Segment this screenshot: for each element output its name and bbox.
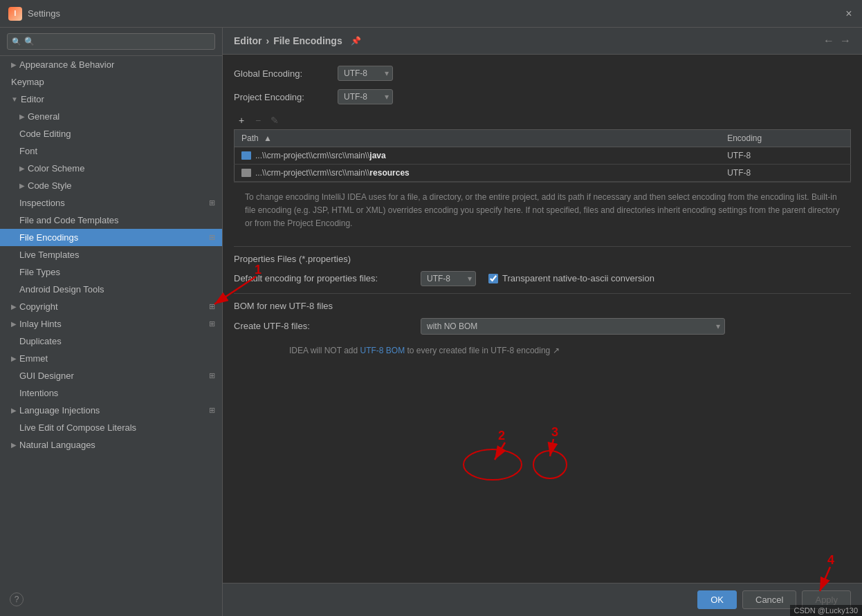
table-toolbar: + − ✎: [234, 113, 851, 128]
sidebar-item-live-templates[interactable]: Live Templates: [0, 246, 222, 263]
sidebar-item-color-scheme[interactable]: ▶ Color Scheme: [0, 160, 222, 177]
breadcrumb: Editor › File Encodings 📌: [234, 35, 361, 46]
info-text: To change encoding IntelliJ IDEA uses fo…: [245, 192, 840, 228]
table-row[interactable]: ...\\crm-project\\crm\\src\\main\\java U…: [235, 147, 851, 165]
divider2: [234, 293, 851, 294]
sidebar-item-language-injections[interactable]: ▶ Language Injections ⊞: [0, 402, 222, 419]
window-title: Settings: [28, 8, 60, 19]
project-encoding-value: UTF-8: [344, 92, 367, 102]
bom-link[interactable]: UTF-8 BOM: [360, 346, 405, 355]
sidebar-item-label: Live Templates: [19, 250, 79, 260]
chevron-right-icon: ▶: [11, 355, 17, 362]
sidebar-item-copyright[interactable]: ▶ Copyright ⊞: [0, 298, 222, 315]
sidebar-item-font[interactable]: Font: [0, 142, 222, 160]
sidebar-item-file-types[interactable]: File Types: [0, 263, 222, 281]
sidebar-item-label: File Encodings: [19, 232, 78, 243]
search-input[interactable]: [7, 33, 215, 50]
transparent-checkbox-wrapper: Transparent native-to-ascii conversion: [488, 273, 654, 283]
sidebar-item-emmet[interactable]: ▶ Emmet: [0, 350, 222, 367]
settings-icon: ⊞: [209, 319, 215, 328]
settings-icon: ⊞: [209, 233, 215, 242]
global-encoding-label: Global Encoding:: [234, 68, 331, 79]
sidebar-scroll[interactable]: ▶ Appearance & Behavior Keymap ▼ Editor …: [0, 56, 222, 616]
path-column-header[interactable]: Path ▲: [235, 130, 721, 147]
breadcrumb-parent: Editor: [234, 35, 262, 46]
sidebar-item-label: General: [28, 111, 59, 122]
sidebar: 🔍 ▶ Appearance & Behavior Keymap ▼ Edit: [0, 28, 223, 616]
sidebar-item-label: Keymap: [11, 77, 44, 87]
sidebar-item-android-design-tools[interactable]: Android Design Tools: [0, 281, 222, 298]
sidebar-item-inlay-hints[interactable]: ▶ Inlay Hints ⊞: [0, 315, 222, 333]
remove-button[interactable]: −: [250, 113, 266, 128]
sidebar-item-label: Duplicates: [19, 336, 62, 346]
add-button[interactable]: +: [234, 113, 249, 128]
encoding-value: UTF-8: [720, 147, 850, 165]
bom-create-value: with NO BOM: [427, 321, 477, 331]
back-button[interactable]: ←: [823, 35, 834, 47]
global-encoding-row: Global Encoding: UTF-8: [234, 66, 851, 81]
sidebar-item-file-code-templates[interactable]: File and Code Templates: [0, 212, 222, 229]
help-button[interactable]: ?: [10, 592, 24, 606]
encoding-column-header[interactable]: Encoding: [720, 130, 850, 147]
chevron-right-icon: ▶: [19, 113, 25, 120]
pin-icon: 📌: [351, 36, 361, 46]
sidebar-item-keymap[interactable]: Keymap: [0, 73, 222, 91]
bom-create-dropdown[interactable]: with NO BOM: [421, 318, 725, 335]
chevron-right-icon: ▶: [11, 407, 17, 414]
sidebar-item-label: Intentions: [19, 388, 58, 398]
sidebar-item-label: Code Style: [28, 180, 72, 191]
sidebar-item-label: Appearance & Behavior: [19, 59, 114, 70]
edit-button[interactable]: ✎: [267, 113, 282, 128]
sidebar-item-general[interactable]: ▶ General: [0, 108, 222, 125]
properties-section-title: Properties Files (*.properties): [234, 254, 851, 264]
global-encoding-dropdown[interactable]: UTF-8: [338, 66, 393, 81]
ok-button[interactable]: OK: [697, 590, 737, 609]
settings-icon: ⊞: [209, 302, 215, 311]
sidebar-item-code-editing[interactable]: Code Editing: [0, 125, 222, 142]
sidebar-item-label: GUI Designer: [19, 371, 74, 381]
chevron-right-icon: ▶: [19, 182, 25, 189]
close-button[interactable]: ×: [844, 9, 854, 19]
encoding-table: Path ▲ Encoding: [234, 129, 851, 182]
sidebar-item-label: Android Design Tools: [19, 284, 104, 295]
forward-button[interactable]: →: [840, 35, 851, 47]
settings-icon: ⊞: [209, 371, 215, 380]
sidebar-item-appearance[interactable]: ▶ Appearance & Behavior: [0, 56, 222, 73]
sidebar-item-label: Code Editing: [19, 129, 71, 139]
sidebar-item-file-encodings[interactable]: File Encodings ⊞: [0, 229, 222, 246]
settings-icon: ⊞: [209, 406, 215, 415]
info-box: To change encoding IntelliJ IDEA uses fo…: [234, 182, 851, 239]
bottom-bar: OK Cancel Apply: [223, 583, 862, 616]
sidebar-item-label: Language Injections: [19, 405, 100, 416]
csdn-badge: CSDN @Lucky130: [790, 605, 862, 616]
project-encoding-row: Project Encoding: UTF-8: [234, 89, 851, 104]
sidebar-item-label: Color Scheme: [28, 163, 84, 174]
chevron-right-icon: ▶: [11, 61, 17, 68]
chevron-right-icon: ▶: [11, 303, 17, 310]
transparent-checkbox[interactable]: [488, 274, 498, 283]
sidebar-item-editor[interactable]: ▼ Editor: [0, 91, 222, 108]
default-encoding-label: Default encoding for properties files:: [234, 273, 414, 283]
sidebar-item-label: File and Code Templates: [19, 215, 119, 225]
sidebar-item-live-edit-compose[interactable]: Live Edit of Compose Literals: [0, 419, 222, 436]
sidebar-item-intentions[interactable]: Intentions: [0, 384, 222, 402]
sidebar-item-natural-languages[interactable]: ▶ Natural Languages: [0, 436, 222, 454]
sidebar-item-label: Editor: [21, 94, 44, 104]
properties-encoding-value: UTF-8: [427, 274, 450, 283]
project-encoding-dropdown[interactable]: UTF-8: [338, 89, 393, 104]
sidebar-item-duplicates[interactable]: Duplicates: [0, 333, 222, 350]
search-box-container: 🔍: [0, 28, 222, 56]
nav-arrows: ← →: [823, 35, 851, 47]
transparent-checkbox-label: Transparent native-to-ascii conversion: [502, 273, 654, 283]
global-encoding-value: UTF-8: [344, 68, 367, 78]
sidebar-item-code-style[interactable]: ▶ Code Style: [0, 177, 222, 194]
app-icon: I: [8, 7, 22, 21]
breadcrumb-current: File Encodings: [273, 35, 342, 46]
chevron-right-icon: ▶: [11, 441, 17, 449]
default-encoding-row: Default encoding for properties files: U…: [234, 271, 851, 286]
table-row[interactable]: ...\\crm-project\\crm\\src\\main\\resour…: [235, 165, 851, 182]
sidebar-item-gui-designer[interactable]: GUI Designer ⊞: [0, 367, 222, 384]
sidebar-item-inspections[interactable]: Inspections ⊞: [0, 194, 222, 212]
properties-encoding-dropdown[interactable]: UTF-8: [421, 271, 476, 286]
cancel-button[interactable]: Cancel: [742, 590, 796, 609]
